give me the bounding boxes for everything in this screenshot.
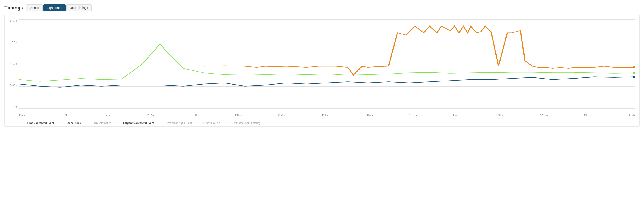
x-label-4: 13 Oct <box>192 114 199 116</box>
y-label-10: 10.0 s <box>10 62 18 66</box>
x-label-1: 19 May <box>61 114 69 116</box>
legend-eil-line <box>224 123 230 123</box>
x-label-10: 8 Aug <box>453 114 460 116</box>
x-label-3: 25 Aug <box>148 114 155 116</box>
chart-svg <box>19 20 635 108</box>
line-largest-contentful-paint <box>204 26 635 75</box>
legend-si-label: Speed Index <box>66 122 81 124</box>
page-title: Timings <box>4 5 23 11</box>
page-header: Timings Default Lighthouse User Timings <box>4 4 640 11</box>
x-label-8: 30 Apr <box>366 114 373 116</box>
tab-bar: Default Lighthouse User Timings <box>26 4 92 11</box>
tab-user-timings[interactable]: User Timings <box>66 4 92 11</box>
y-label-20: 20.0 s <box>10 20 18 22</box>
grid-line-bottom <box>19 108 635 109</box>
tab-lighthouse[interactable]: Lighthouse <box>44 4 66 11</box>
legend-si-line <box>58 123 64 123</box>
x-label-7: 11 Mar <box>322 114 330 116</box>
y-label-15: 15.0 s <box>10 41 18 44</box>
legend-fi-label: Fully Interactive <box>92 122 111 124</box>
y-axis: 20.0 s 15.0 s 10.0 s 5.00 s 0 ms <box>5 20 19 108</box>
legend-fmp-label: First Meaningful Paint <box>166 122 192 124</box>
x-label-12: 12 Nov <box>540 114 548 116</box>
x-label-2: 7 Jul <box>106 114 111 116</box>
legend-fmp: First Meaningful Paint <box>158 122 192 124</box>
legend-fci-label: First CPU Idle <box>204 122 220 124</box>
legend-fcp: First Contentful Paint <box>19 122 54 124</box>
legend-si: Speed Index <box>58 122 81 124</box>
legend-eil-label: Estimated Input Latency <box>232 122 261 124</box>
legend-fmp-line <box>158 123 164 123</box>
x-label-14: 6 Feb <box>628 114 635 116</box>
dot-si <box>632 72 635 74</box>
chart-plot-area: 2 Apr 19 May 7 Jul 25 Aug 13 Oct 2 Dec 2… <box>19 20 635 108</box>
chart-container: 20.0 s 15.0 s 10.0 s 5.00 s 0 ms <box>4 15 640 126</box>
x-label-9: 19 Jun <box>410 114 417 116</box>
y-label-5: 5.00 s <box>10 84 18 87</box>
legend-fi-line <box>85 123 91 123</box>
x-label-0: 2 Apr <box>19 114 25 116</box>
line-speed-index <box>19 44 635 81</box>
legend-fi: Fully Interactive <box>85 122 111 124</box>
chart-legend: First Contentful Paint Speed Index Fully… <box>19 122 635 124</box>
line-first-contentful-paint <box>19 77 635 88</box>
tab-default[interactable]: Default <box>26 4 42 11</box>
legend-fci-line <box>196 123 202 123</box>
legend-lcp: Largest Contentful Paint <box>115 122 154 124</box>
legend-fcp-line <box>19 123 26 123</box>
y-label-0: 0 ms <box>12 105 18 108</box>
dot-fcp <box>632 76 635 78</box>
legend-fcp-label: First Contentful Paint <box>27 122 54 124</box>
legend-lcp-label: Largest Contentful Paint <box>123 122 154 124</box>
legend-fci: First CPU Idle <box>196 122 220 124</box>
x-label-5: 2 Dec <box>235 114 242 116</box>
x-label-11: 27 Sep <box>496 114 504 116</box>
dot-lcp <box>632 66 635 68</box>
legend-lcp-line <box>115 123 122 123</box>
x-axis: 2 Apr 19 May 7 Jul 25 Aug 13 Oct 2 Dec 2… <box>19 114 635 116</box>
legend-eil: Estimated Input Latency <box>224 122 261 124</box>
x-label-6: 21 Jan <box>278 114 285 116</box>
x-label-13: 20 Dec <box>584 114 592 116</box>
